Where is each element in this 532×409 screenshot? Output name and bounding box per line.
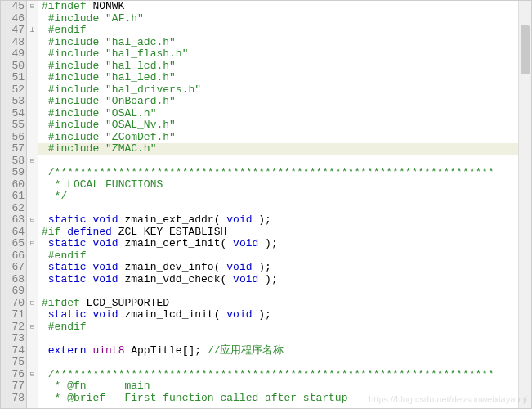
code-line[interactable]: #include "AF.h" bbox=[42, 13, 531, 25]
token-kw: void bbox=[92, 261, 118, 273]
line-number: 49 bbox=[1, 48, 25, 61]
fold-marker[interactable] bbox=[27, 393, 38, 405]
code-line[interactable]: #include "OnBoard.h" bbox=[42, 96, 531, 108]
code-line[interactable]: #include "hal_lcd.h" bbox=[42, 61, 531, 73]
fold-marker[interactable] bbox=[27, 274, 38, 286]
token-id bbox=[42, 380, 48, 392]
fold-marker[interactable]: ⊥ bbox=[27, 25, 38, 37]
code-line[interactable]: #include "hal_adc.h" bbox=[42, 37, 531, 49]
fold-marker[interactable] bbox=[27, 262, 38, 274]
code-line[interactable]: #ifdef LCD_SUPPORTED bbox=[42, 298, 531, 310]
fold-marker[interactable] bbox=[27, 132, 38, 144]
code-line[interactable]: #if defined ZCL_KEY_ESTABLISH bbox=[42, 227, 531, 239]
code-line[interactable]: #include "ZMAC.h" bbox=[42, 143, 531, 155]
code-line[interactable]: #endif bbox=[42, 25, 531, 37]
code-line[interactable]: #endif bbox=[42, 321, 531, 334]
token-id bbox=[42, 344, 48, 357]
code-line[interactable]: /***************************************… bbox=[42, 167, 531, 179]
line-number: 54 bbox=[1, 108, 25, 120]
code-line[interactable]: #include "OSAL_Nv.h" bbox=[42, 119, 531, 132]
line-number: 57 bbox=[1, 143, 25, 155]
fold-marker[interactable] bbox=[27, 309, 38, 321]
code-line[interactable]: * @fn main bbox=[42, 380, 531, 393]
code-line[interactable]: */ bbox=[42, 191, 531, 203]
code-line[interactable]: #include "ZComDef.h" bbox=[42, 132, 531, 144]
code-line[interactable]: extern uint8 AppTitle[]; //应用程序名称 bbox=[42, 345, 531, 357]
fold-marker[interactable] bbox=[27, 285, 38, 298]
code-line[interactable]: static void zmain_ext_addr( void ); bbox=[42, 214, 531, 227]
line-number: 66 bbox=[1, 250, 25, 263]
code-line[interactable] bbox=[42, 285, 531, 298]
vertical-scrollbar[interactable] bbox=[518, 1, 531, 408]
token-kw: extern bbox=[48, 344, 87, 357]
code-line[interactable]: #include "hal_led.h" bbox=[42, 72, 531, 84]
code-line[interactable]: static void zmain_dev_info( void ); bbox=[42, 262, 531, 274]
code-line[interactable]: * LOCAL FUNCTIONS bbox=[42, 179, 531, 191]
fold-marker[interactable] bbox=[27, 345, 38, 357]
line-number-gutter: 4546474849505152535455565758596061626364… bbox=[1, 1, 27, 408]
fold-marker[interactable] bbox=[27, 48, 38, 61]
scrollbar-thumb[interactable] bbox=[521, 25, 530, 74]
code-line[interactable]: #include "hal_drivers.h" bbox=[42, 84, 531, 97]
token-str: "ZMAC.h" bbox=[105, 142, 156, 155]
fold-marker[interactable] bbox=[27, 119, 38, 132]
line-number: 51 bbox=[1, 72, 25, 84]
token-id bbox=[42, 261, 48, 273]
fold-marker[interactable] bbox=[27, 143, 38, 155]
fold-marker[interactable] bbox=[27, 96, 38, 108]
code-line[interactable] bbox=[42, 357, 531, 369]
code-line[interactable]: #include "OSAL.h" bbox=[42, 108, 531, 120]
code-line[interactable]: static void zmain_vdd_check( void ); bbox=[42, 274, 531, 286]
token-kw: void bbox=[226, 213, 252, 226]
line-number: 69 bbox=[1, 285, 25, 298]
fold-marker[interactable] bbox=[27, 380, 38, 393]
token-prep: #ifndef bbox=[42, 1, 87, 12]
token-prep: #include bbox=[48, 107, 105, 119]
token-id bbox=[42, 308, 48, 321]
token-cm: /***************************************… bbox=[48, 166, 494, 178]
line-number: 64 bbox=[1, 227, 25, 239]
fold-marker[interactable]: ⊟ bbox=[27, 298, 38, 310]
code-line[interactable]: #endif bbox=[42, 250, 531, 263]
code-line[interactable] bbox=[42, 203, 531, 215]
code-area[interactable]: #ifndef NONWK #include "AF.h" #endif #in… bbox=[38, 1, 531, 408]
fold-marker[interactable]: ⊟ bbox=[27, 321, 38, 334]
fold-marker[interactable]: ⊟ bbox=[27, 238, 38, 250]
token-str: "OnBoard.h" bbox=[105, 95, 176, 107]
fold-marker[interactable] bbox=[27, 250, 38, 263]
fold-marker[interactable]: ⊟ bbox=[27, 214, 38, 227]
fold-marker[interactable] bbox=[27, 333, 38, 345]
fold-marker[interactable]: ⊟ bbox=[27, 369, 38, 381]
fold-marker[interactable] bbox=[27, 167, 38, 179]
fold-marker[interactable] bbox=[27, 191, 38, 203]
fold-marker[interactable] bbox=[27, 61, 38, 73]
fold-gutter[interactable]: ⊟⊥⊟⊟⊟⊟⊟⊟ bbox=[27, 1, 38, 408]
code-line[interactable]: #ifndef NONWK bbox=[42, 1, 531, 13]
fold-marker[interactable] bbox=[27, 72, 38, 84]
line-number: 56 bbox=[1, 132, 25, 144]
token-cm: */ bbox=[48, 190, 67, 202]
code-line[interactable] bbox=[42, 155, 531, 168]
code-line[interactable]: static void zmain_cert_init( void ); bbox=[42, 238, 531, 250]
fold-marker[interactable]: ⊟ bbox=[27, 155, 38, 168]
code-line[interactable]: #include "hal_flash.h" bbox=[42, 48, 531, 61]
code-line[interactable]: static void zmain_lcd_init( void ); bbox=[42, 309, 531, 321]
code-line[interactable]: /***************************************… bbox=[42, 369, 531, 381]
token-id: ); bbox=[258, 273, 277, 285]
token-kw: void bbox=[233, 273, 258, 285]
fold-marker[interactable] bbox=[27, 108, 38, 120]
token-id bbox=[42, 249, 48, 262]
line-number: 61 bbox=[1, 191, 25, 203]
fold-marker[interactable] bbox=[27, 179, 38, 191]
line-number: 58 bbox=[1, 155, 25, 168]
token-id bbox=[42, 273, 48, 285]
token-id bbox=[42, 190, 48, 202]
fold-marker[interactable] bbox=[27, 84, 38, 97]
fold-marker[interactable]: ⊟ bbox=[27, 1, 38, 13]
fold-marker[interactable] bbox=[27, 13, 38, 25]
fold-marker[interactable] bbox=[27, 203, 38, 215]
fold-marker[interactable] bbox=[27, 37, 38, 49]
fold-marker[interactable] bbox=[27, 357, 38, 369]
code-line[interactable] bbox=[42, 333, 531, 345]
fold-marker[interactable] bbox=[27, 227, 38, 239]
